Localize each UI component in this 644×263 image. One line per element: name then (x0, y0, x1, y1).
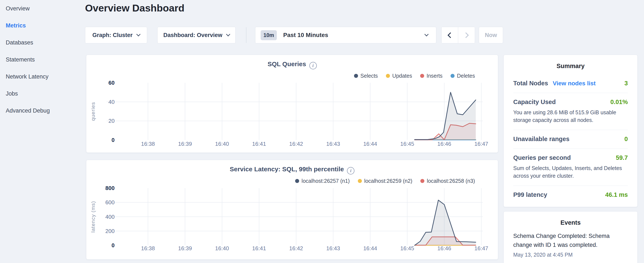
page-title: Overview Dashboard (85, 2, 184, 14)
summary-row: Capacity Used0.01%You are using 28.6 MiB… (513, 93, 628, 130)
summary-row-label: P99 latency (513, 191, 547, 198)
graph-dropdown[interactable]: Graph: Cluster (85, 27, 147, 43)
event-item[interactable]: Schema Change Completed: Schema change w… (513, 232, 628, 258)
time-window-badge: 10m (261, 30, 277, 40)
svg-text:16:41: 16:41 (252, 141, 266, 147)
svg-text:16:43: 16:43 (326, 141, 340, 147)
svg-text:400: 400 (106, 214, 114, 220)
svg-text:16:40: 16:40 (215, 245, 229, 251)
time-prev-button[interactable] (442, 27, 458, 43)
svg-text:16:39: 16:39 (178, 245, 192, 251)
svg-text:16:41: 16:41 (252, 245, 266, 251)
events-list: Schema Change Completed: Schema change w… (513, 232, 628, 258)
svg-text:queries: queries (90, 102, 96, 121)
sidebar-item-jobs[interactable]: Jobs (6, 85, 85, 102)
service-latency-plot: 16:3816:3916:4016:4116:4216:4316:4416:45… (86, 160, 498, 260)
dashboard-dropdown-label: Dashboard: Overview (163, 32, 222, 39)
summary-row-label: Capacity Used (513, 99, 556, 106)
graph-dropdown-label: Graph: Cluster (92, 32, 132, 39)
sidebar-item-network-latency[interactable]: Network Latency (6, 68, 85, 85)
summary-row-label: Total Nodes (513, 80, 548, 87)
summary-row-head: Capacity Used0.01% (513, 99, 628, 106)
toolbar-divider (246, 27, 246, 43)
chevron-down-icon (226, 32, 230, 36)
sidebar-list: OverviewMetricsDatabasesStatementsNetwor… (0, 0, 85, 119)
summary-panel: Summary Total NodesView nodes list3Capac… (504, 55, 638, 207)
summary-row-value: 59.7 (616, 154, 628, 161)
sidebar-item-overview[interactable]: Overview (6, 0, 85, 17)
svg-text:60: 60 (108, 80, 114, 86)
sql-queries-plot: 16:3816:3916:4016:4116:4216:4316:4416:45… (86, 55, 498, 153)
svg-text:0: 0 (112, 242, 114, 248)
summary-row-head: Queries per second59.7 (513, 154, 628, 161)
chevron-left-icon (448, 32, 453, 38)
svg-text:600: 600 (106, 199, 114, 205)
svg-text:16:43: 16:43 (326, 245, 340, 251)
now-button[interactable]: Now (479, 27, 503, 43)
svg-text:16:45: 16:45 (400, 141, 414, 147)
svg-text:16:38: 16:38 (141, 141, 155, 147)
summary-rows: Total NodesView nodes list3Capacity Used… (513, 74, 628, 204)
chevron-down-icon (136, 32, 140, 36)
summary-row-note: You are using 28.6 MiB of 515.9 GiB usab… (513, 109, 628, 124)
svg-text:16:47: 16:47 (474, 245, 488, 251)
svg-text:16:42: 16:42 (289, 245, 303, 251)
svg-text:latency (ms): latency (ms) (90, 201, 96, 232)
view-nodes-link[interactable]: View nodes list (553, 80, 596, 87)
svg-text:16:38: 16:38 (141, 245, 155, 251)
event-timestamp: May 13, 2020 at 4:45 PM (513, 252, 628, 258)
sidebar-item-advanced-debug[interactable]: Advanced Debug (6, 102, 85, 119)
svg-text:16:39: 16:39 (178, 141, 192, 147)
summary-title: Summary (513, 63, 628, 70)
summary-row: Total NodesView nodes list3 (513, 74, 628, 93)
svg-text:16:40: 16:40 (215, 141, 229, 147)
time-window-label: Past 10 Minutes (283, 32, 425, 39)
time-next-button[interactable] (458, 27, 475, 43)
sidebar-item-metrics[interactable]: Metrics (6, 17, 85, 34)
time-window-select[interactable]: 10m Past 10 Minutes (255, 27, 436, 43)
sidebar: OverviewMetricsDatabasesStatementsNetwor… (0, 0, 85, 263)
events-title: Events (513, 219, 628, 226)
svg-text:16:42: 16:42 (289, 141, 303, 147)
event-text: Schema Change Completed: Schema change w… (513, 232, 618, 249)
sidebar-item-statements[interactable]: Statements (6, 51, 85, 68)
sql-queries-chart-card: SQL Queriesi SelectsUpdatesInsertsDelete… (86, 55, 498, 153)
summary-row: Queries per second59.7Sum of Selects, Up… (513, 149, 628, 185)
chevron-down-icon (424, 32, 428, 36)
svg-text:40: 40 (108, 99, 114, 105)
sidebar-item-databases[interactable]: Databases (6, 34, 85, 51)
summary-row-value: 46.1 ms (605, 191, 628, 198)
svg-text:20: 20 (108, 118, 114, 124)
svg-text:200: 200 (106, 228, 114, 234)
svg-text:16:46: 16:46 (437, 141, 451, 147)
summary-row-head: Total NodesView nodes list3 (513, 80, 628, 87)
summary-row-label: Unavailable ranges (513, 136, 569, 143)
summary-row-label: Queries per second (513, 154, 571, 161)
summary-row-value: 0 (624, 136, 628, 143)
svg-text:16:47: 16:47 (474, 141, 488, 147)
dashboard-dropdown[interactable]: Dashboard: Overview (157, 27, 236, 43)
events-panel: Events Schema Change Completed: Schema c… (504, 211, 638, 263)
summary-row-value: 3 (624, 80, 628, 87)
service-latency-chart-card: Service Latency: SQL, 99th percentilei l… (86, 160, 498, 259)
svg-text:800: 800 (106, 185, 114, 191)
svg-text:16:46: 16:46 (437, 245, 451, 251)
time-nav-group (442, 27, 475, 43)
page: OverviewMetricsDatabasesStatementsNetwor… (0, 0, 644, 263)
chevron-right-icon (463, 32, 469, 38)
svg-text:16:45: 16:45 (400, 245, 414, 251)
summary-row-head: P99 latency46.1 ms (513, 191, 628, 198)
summary-row: P99 latency46.1 ms (513, 185, 628, 204)
summary-row: Unavailable ranges0 (513, 130, 628, 149)
summary-row-head: Unavailable ranges0 (513, 136, 628, 143)
svg-text:16:44: 16:44 (363, 141, 377, 147)
svg-text:0: 0 (112, 137, 114, 143)
summary-row-value: 0.01% (610, 99, 628, 106)
svg-text:16:44: 16:44 (363, 245, 377, 251)
summary-row-note: Sum of Selects, Updates, Inserts, and De… (513, 164, 628, 180)
